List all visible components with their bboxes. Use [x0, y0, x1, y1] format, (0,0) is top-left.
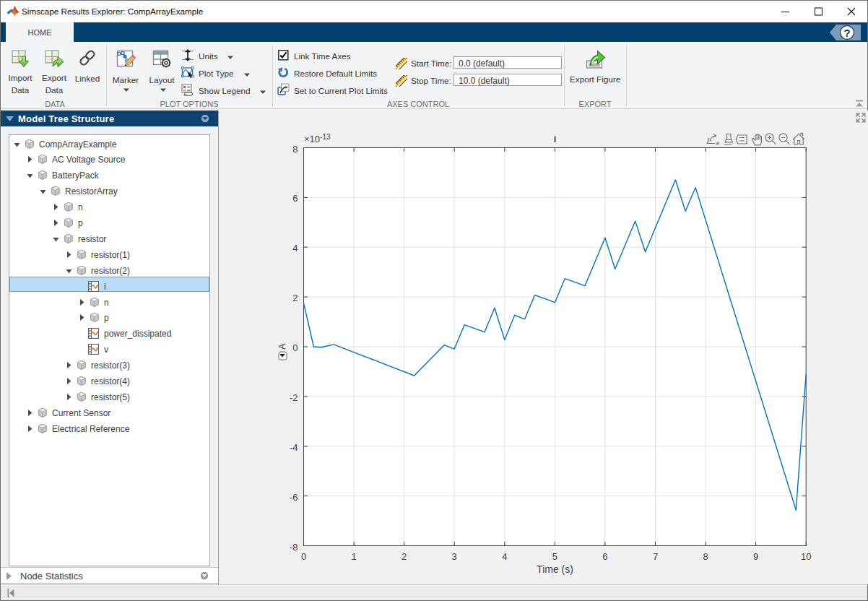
svg-text:6: 6: [602, 551, 607, 562]
svg-text:A: A: [277, 343, 287, 350]
svg-text:i: i: [554, 134, 557, 144]
svg-text:×10-13: ×10-13: [304, 133, 331, 145]
svg-text:7: 7: [653, 551, 658, 562]
svg-text:4: 4: [292, 243, 298, 254]
svg-text:-4: -4: [290, 442, 298, 453]
svg-text:?: ?: [843, 27, 850, 39]
svg-text:-2: -2: [290, 392, 298, 403]
svg-text:4: 4: [502, 551, 507, 562]
svg-text:8: 8: [292, 144, 298, 155]
svg-text:-6: -6: [290, 492, 298, 503]
svg-text:5: 5: [552, 551, 557, 562]
svg-text:-8: -8: [290, 542, 298, 553]
svg-text:10: 10: [801, 551, 811, 562]
svg-text:0: 0: [301, 551, 306, 562]
svg-text:3: 3: [452, 551, 457, 562]
svg-text:8: 8: [703, 551, 708, 562]
svg-text:Time (s): Time (s): [537, 563, 573, 575]
svg-text:0: 0: [292, 342, 298, 353]
svg-text:9: 9: [753, 551, 758, 562]
svg-text:1: 1: [351, 551, 356, 562]
svg-text:2: 2: [402, 551, 407, 562]
svg-text:6: 6: [292, 193, 298, 204]
svg-text:2: 2: [292, 293, 298, 303]
